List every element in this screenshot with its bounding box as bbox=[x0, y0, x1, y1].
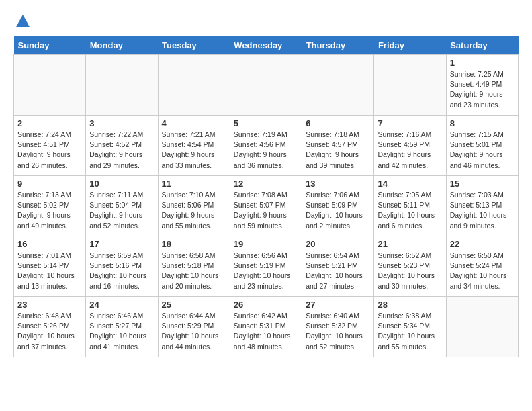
calendar-cell: 14Sunrise: 7:05 AM Sunset: 5:11 PM Dayli… bbox=[374, 176, 446, 236]
day-number: 21 bbox=[378, 239, 442, 249]
day-number: 14 bbox=[378, 179, 442, 189]
day-info: Sunrise: 7:22 AM Sunset: 4:52 PM Dayligh… bbox=[89, 130, 154, 171]
day-number: 15 bbox=[450, 179, 515, 189]
calendar-cell: 22Sunrise: 6:50 AM Sunset: 5:24 PM Dayli… bbox=[446, 236, 518, 297]
day-info: Sunrise: 6:56 AM Sunset: 5:19 PM Dayligh… bbox=[234, 250, 298, 291]
calendar-cell: 19Sunrise: 6:56 AM Sunset: 5:19 PM Dayli… bbox=[230, 236, 302, 297]
day-info: Sunrise: 7:13 AM Sunset: 5:02 PM Dayligh… bbox=[17, 190, 82, 231]
day-info: Sunrise: 7:16 AM Sunset: 4:59 PM Dayligh… bbox=[378, 130, 442, 171]
calendar-week-3: 9Sunrise: 7:13 AM Sunset: 5:02 PM Daylig… bbox=[14, 176, 519, 236]
calendar-table: SundayMondayTuesdayWednesdayThursdayFrid… bbox=[13, 36, 519, 357]
calendar-cell: 24Sunrise: 6:46 AM Sunset: 5:27 PM Dayli… bbox=[86, 297, 158, 357]
weekday-header-friday: Friday bbox=[374, 36, 446, 55]
calendar-cell: 15Sunrise: 7:03 AM Sunset: 5:13 PM Dayli… bbox=[446, 176, 518, 236]
day-info: Sunrise: 6:59 AM Sunset: 5:16 PM Dayligh… bbox=[89, 250, 154, 291]
calendar-cell: 1Sunrise: 7:25 AM Sunset: 4:49 PM Daylig… bbox=[446, 55, 518, 116]
day-info: Sunrise: 6:40 AM Sunset: 5:32 PM Dayligh… bbox=[306, 311, 370, 352]
day-info: Sunrise: 7:24 AM Sunset: 4:51 PM Dayligh… bbox=[17, 130, 82, 171]
day-number: 4 bbox=[162, 118, 226, 128]
calendar-cell: 12Sunrise: 7:08 AM Sunset: 5:07 PM Dayli… bbox=[230, 176, 302, 236]
day-info: Sunrise: 6:58 AM Sunset: 5:18 PM Dayligh… bbox=[162, 250, 226, 291]
calendar-cell: 13Sunrise: 7:06 AM Sunset: 5:09 PM Dayli… bbox=[302, 176, 374, 236]
day-info: Sunrise: 6:48 AM Sunset: 5:26 PM Dayligh… bbox=[17, 311, 82, 352]
calendar-cell: 28Sunrise: 6:38 AM Sunset: 5:34 PM Dayli… bbox=[374, 297, 446, 357]
day-number: 3 bbox=[89, 118, 154, 128]
calendar-cell bbox=[374, 55, 446, 116]
day-number: 11 bbox=[162, 179, 226, 189]
day-info: Sunrise: 6:42 AM Sunset: 5:31 PM Dayligh… bbox=[234, 311, 298, 352]
calendar-cell: 6Sunrise: 7:18 AM Sunset: 4:57 PM Daylig… bbox=[302, 116, 374, 176]
logo-icon bbox=[15, 13, 31, 30]
calendar-week-4: 16Sunrise: 7:01 AM Sunset: 5:14 PM Dayli… bbox=[14, 236, 519, 297]
day-number: 8 bbox=[450, 118, 515, 128]
day-info: Sunrise: 6:52 AM Sunset: 5:23 PM Dayligh… bbox=[378, 250, 442, 291]
calendar-cell: 25Sunrise: 6:44 AM Sunset: 5:29 PM Dayli… bbox=[158, 297, 230, 357]
day-info: Sunrise: 7:18 AM Sunset: 4:57 PM Dayligh… bbox=[306, 130, 370, 171]
day-info: Sunrise: 7:11 AM Sunset: 5:04 PM Dayligh… bbox=[89, 190, 154, 231]
day-info: Sunrise: 7:03 AM Sunset: 5:13 PM Dayligh… bbox=[450, 190, 515, 231]
day-number: 18 bbox=[162, 239, 226, 249]
calendar-cell: 20Sunrise: 6:54 AM Sunset: 5:21 PM Dayli… bbox=[302, 236, 374, 297]
day-number: 23 bbox=[17, 300, 82, 310]
day-number: 2 bbox=[17, 118, 82, 128]
day-info: Sunrise: 7:10 AM Sunset: 5:06 PM Dayligh… bbox=[162, 190, 226, 231]
day-number: 20 bbox=[306, 239, 370, 249]
day-info: Sunrise: 7:01 AM Sunset: 5:14 PM Dayligh… bbox=[17, 250, 82, 291]
calendar-cell: 9Sunrise: 7:13 AM Sunset: 5:02 PM Daylig… bbox=[14, 176, 86, 236]
day-number: 17 bbox=[89, 239, 154, 249]
weekday-header-tuesday: Tuesday bbox=[158, 36, 230, 55]
day-info: Sunrise: 7:15 AM Sunset: 5:01 PM Dayligh… bbox=[450, 130, 515, 171]
calendar-cell: 18Sunrise: 6:58 AM Sunset: 5:18 PM Dayli… bbox=[158, 236, 230, 297]
day-number: 13 bbox=[306, 179, 370, 189]
day-info: Sunrise: 6:44 AM Sunset: 5:29 PM Dayligh… bbox=[162, 311, 226, 352]
day-number: 26 bbox=[234, 300, 298, 310]
calendar-cell: 7Sunrise: 7:16 AM Sunset: 4:59 PM Daylig… bbox=[374, 116, 446, 176]
calendar-cell bbox=[446, 297, 518, 357]
day-number: 5 bbox=[234, 118, 298, 128]
calendar-cell: 10Sunrise: 7:11 AM Sunset: 5:04 PM Dayli… bbox=[86, 176, 158, 236]
day-info: Sunrise: 6:50 AM Sunset: 5:24 PM Dayligh… bbox=[450, 250, 515, 291]
calendar-cell bbox=[158, 55, 230, 116]
day-number: 1 bbox=[450, 58, 515, 68]
calendar-cell: 16Sunrise: 7:01 AM Sunset: 5:14 PM Dayli… bbox=[14, 236, 86, 297]
day-number: 7 bbox=[378, 118, 442, 128]
calendar-cell bbox=[14, 55, 86, 116]
calendar-cell: 5Sunrise: 7:19 AM Sunset: 4:56 PM Daylig… bbox=[230, 116, 302, 176]
calendar-cell: 21Sunrise: 6:52 AM Sunset: 5:23 PM Dayli… bbox=[374, 236, 446, 297]
day-number: 12 bbox=[234, 179, 298, 189]
calendar-cell: 2Sunrise: 7:24 AM Sunset: 4:51 PM Daylig… bbox=[14, 116, 86, 176]
calendar-cell: 11Sunrise: 7:10 AM Sunset: 5:06 PM Dayli… bbox=[158, 176, 230, 236]
calendar-cell bbox=[230, 55, 302, 116]
day-number: 9 bbox=[17, 179, 82, 189]
weekday-header-sunday: Sunday bbox=[14, 36, 86, 55]
calendar-cell bbox=[302, 55, 374, 116]
weekday-header-saturday: Saturday bbox=[446, 36, 518, 55]
svg-marker-0 bbox=[16, 15, 30, 27]
day-number: 25 bbox=[162, 300, 226, 310]
day-number: 24 bbox=[89, 300, 154, 310]
day-number: 16 bbox=[17, 239, 82, 249]
day-number: 10 bbox=[89, 179, 154, 189]
calendar-cell: 17Sunrise: 6:59 AM Sunset: 5:16 PM Dayli… bbox=[86, 236, 158, 297]
calendar-week-2: 2Sunrise: 7:24 AM Sunset: 4:51 PM Daylig… bbox=[14, 116, 519, 176]
day-info: Sunrise: 6:46 AM Sunset: 5:27 PM Dayligh… bbox=[89, 311, 154, 352]
calendar-cell: 26Sunrise: 6:42 AM Sunset: 5:31 PM Dayli… bbox=[230, 297, 302, 357]
weekday-header-thursday: Thursday bbox=[302, 36, 374, 55]
page-header bbox=[13, 13, 519, 30]
day-info: Sunrise: 7:21 AM Sunset: 4:54 PM Dayligh… bbox=[162, 130, 226, 171]
day-number: 19 bbox=[234, 239, 298, 249]
day-number: 6 bbox=[306, 118, 370, 128]
calendar-cell: 27Sunrise: 6:40 AM Sunset: 5:32 PM Dayli… bbox=[302, 297, 374, 357]
weekday-header-row: SundayMondayTuesdayWednesdayThursdayFrid… bbox=[14, 36, 519, 55]
day-info: Sunrise: 6:54 AM Sunset: 5:21 PM Dayligh… bbox=[306, 250, 370, 291]
calendar-cell: 3Sunrise: 7:22 AM Sunset: 4:52 PM Daylig… bbox=[86, 116, 158, 176]
calendar-cell: 8Sunrise: 7:15 AM Sunset: 5:01 PM Daylig… bbox=[446, 116, 518, 176]
day-info: Sunrise: 7:25 AM Sunset: 4:49 PM Dayligh… bbox=[450, 69, 515, 110]
day-info: Sunrise: 7:19 AM Sunset: 4:56 PM Dayligh… bbox=[234, 130, 298, 171]
day-number: 22 bbox=[450, 239, 515, 249]
logo bbox=[13, 13, 31, 30]
day-info: Sunrise: 7:08 AM Sunset: 5:07 PM Dayligh… bbox=[234, 190, 298, 231]
calendar-cell: 23Sunrise: 6:48 AM Sunset: 5:26 PM Dayli… bbox=[14, 297, 86, 357]
calendar-week-5: 23Sunrise: 6:48 AM Sunset: 5:26 PM Dayli… bbox=[14, 297, 519, 357]
calendar-cell bbox=[86, 55, 158, 116]
